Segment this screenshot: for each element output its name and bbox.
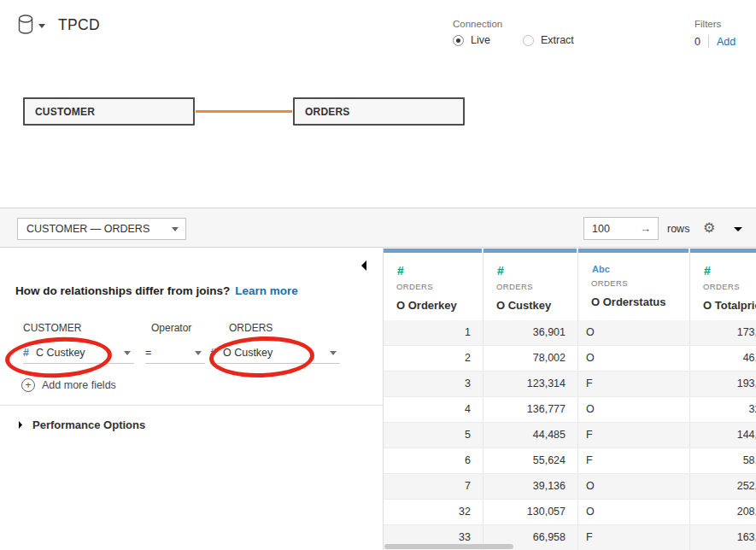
- preview-toolbar: CUSTOMER — ORDERS → rows ⚙: [0, 208, 756, 248]
- left-field-name: C Custkey: [36, 347, 85, 359]
- operator-dropdown[interactable]: =: [145, 342, 205, 364]
- row-count-box: →: [583, 217, 659, 240]
- column-field-label: O Custkey: [496, 299, 577, 312]
- connection-label: Connection: [453, 19, 574, 29]
- radio-extract[interactable]: Extract: [523, 34, 574, 46]
- table-row: 655,624F58,7: [384, 448, 756, 474]
- add-more-fields-button[interactable]: + Add more fields: [21, 378, 116, 392]
- table-cell: 36,901: [483, 320, 578, 345]
- column-accent-bar: [483, 249, 577, 253]
- number-field-icon: #: [497, 264, 577, 278]
- table-row: 32130,057O208,6: [384, 500, 756, 525]
- tableau-datasource-page: TPCD Connection Live Extract Filters 0 A…: [0, 0, 756, 550]
- table-cell: 173,6: [690, 320, 756, 345]
- row-count-input[interactable]: [584, 223, 634, 235]
- collapse-preview-chevron-icon[interactable]: [732, 225, 744, 233]
- table-cell: 6: [384, 448, 483, 473]
- column-header[interactable]: #ORDERSO Totalprice: [690, 249, 756, 320]
- column-field-label: O Totalprice: [703, 299, 756, 312]
- relationship-noodle[interactable]: [196, 110, 292, 113]
- table-cell: 193,8: [690, 372, 756, 396]
- panel-divider: [0, 405, 384, 406]
- number-field-icon: #: [210, 347, 216, 359]
- apply-rows-arrow-icon[interactable]: →: [640, 222, 658, 235]
- collapse-panel-chevron-icon[interactable]: [360, 259, 368, 272]
- left-table-label: CUSTOMER: [23, 322, 81, 334]
- table-cell: 5: [384, 423, 483, 448]
- database-menu-caret-icon[interactable]: [38, 24, 45, 28]
- table-cell: 32: [384, 500, 483, 524]
- table-cell: 130,057: [483, 500, 578, 524]
- column-table-label: ORDERS: [496, 282, 577, 291]
- filters-label: Filters: [694, 19, 735, 29]
- column-field-label: O Orderstatus: [591, 295, 689, 308]
- table-cell: 46,9: [690, 346, 756, 371]
- connection-section: Connection Live Extract: [453, 19, 574, 46]
- table-cell: 39,136: [483, 474, 578, 499]
- column-header[interactable]: #ORDERSO Custkey: [483, 249, 578, 320]
- table-row: 4136,777O32,: [384, 397, 756, 423]
- chevron-down-icon: [330, 351, 337, 355]
- right-field-dropdown[interactable]: # O Custkey: [210, 342, 340, 364]
- horizontal-scrollbar[interactable]: [384, 544, 513, 549]
- grid-header: #ORDERSO Orderkey#ORDERSO CustkeyAbcORDE…: [384, 249, 756, 320]
- canvas-table-orders[interactable]: ORDERS: [293, 97, 465, 126]
- table-cell: 123,314: [483, 372, 578, 396]
- table-row: 3123,314F193,8: [384, 372, 756, 397]
- table-cell: 32,: [690, 397, 756, 422]
- column-header[interactable]: #ORDERSO Orderkey: [384, 249, 483, 320]
- table-cell: 4: [384, 397, 483, 422]
- table-row: 544,485F144,6: [384, 423, 756, 448]
- number-field-icon: #: [704, 264, 756, 278]
- learn-more-link[interactable]: Learn more: [235, 284, 298, 297]
- relationship-selector[interactable]: CUSTOMER — ORDERS: [17, 218, 186, 240]
- table-cell: F: [578, 423, 690, 448]
- relationship-help-text: How do relationships differ from joins?L…: [15, 284, 298, 297]
- grid-body: 136,901O173,6278,002O46,93123,314F193,84…: [384, 320, 756, 550]
- table-cell: 3: [384, 372, 483, 396]
- radio-live[interactable]: Live: [453, 34, 490, 46]
- table-cell: 78,002: [483, 346, 578, 371]
- table-cell: 44,485: [483, 423, 578, 448]
- filters-divider: [708, 35, 709, 48]
- relationship-question: How do relationships differ from joins?: [15, 284, 230, 297]
- number-field-icon: #: [23, 347, 29, 359]
- column-header[interactable]: AbcORDERSO Orderstatus: [578, 249, 690, 320]
- gear-icon[interactable]: ⚙: [703, 219, 715, 236]
- datasource-title[interactable]: TPCD: [58, 16, 100, 34]
- column-field-label: O Orderkey: [396, 299, 483, 312]
- add-more-fields-label: Add more fields: [42, 379, 116, 391]
- performance-options-toggle[interactable]: Performance Options: [17, 418, 145, 431]
- radio-extract-label: Extract: [541, 34, 574, 46]
- performance-options-label: Performance Options: [32, 418, 145, 431]
- chevron-down-icon: [124, 351, 131, 355]
- table-row: 136,901O173,6: [384, 320, 756, 346]
- table-cell: F: [578, 372, 690, 396]
- radio-extract-icon[interactable]: [523, 35, 534, 46]
- table-row: 278,002O46,9: [384, 346, 756, 372]
- chevron-right-icon: [17, 419, 24, 430]
- relationship-panel: How do relationships differ from joins?L…: [0, 249, 384, 550]
- column-accent-bar: [384, 249, 482, 253]
- chevron-down-icon: [195, 351, 202, 355]
- add-filter-button[interactable]: Add: [717, 36, 735, 48]
- radio-live-icon[interactable]: [453, 35, 464, 46]
- table-cell: 144,6: [690, 423, 756, 448]
- table-cell: 2: [384, 346, 483, 371]
- left-field-dropdown[interactable]: # C Custkey: [23, 342, 134, 364]
- relationship-editor-area: How do relationships differ from joins?L…: [0, 249, 756, 550]
- data-preview-grid: #ORDERSO Orderkey#ORDERSO CustkeyAbcORDE…: [384, 249, 756, 550]
- table-cell: O: [578, 397, 690, 422]
- table-cell: 252,0: [690, 474, 756, 499]
- table-cell: O: [578, 474, 690, 499]
- column-table-label: ORDERS: [591, 278, 689, 288]
- database-icon[interactable]: [17, 14, 36, 36]
- table-cell: 208,6: [690, 500, 756, 524]
- operator-label: Operator: [151, 322, 191, 334]
- radio-live-label: Live: [471, 34, 490, 46]
- operator-value: =: [145, 347, 151, 359]
- canvas-table-customer[interactable]: CUSTOMER: [23, 97, 195, 126]
- number-field-icon: #: [397, 264, 483, 278]
- table-cell: F: [578, 448, 690, 473]
- relationship-selector-label: CUSTOMER — ORDERS: [26, 223, 149, 235]
